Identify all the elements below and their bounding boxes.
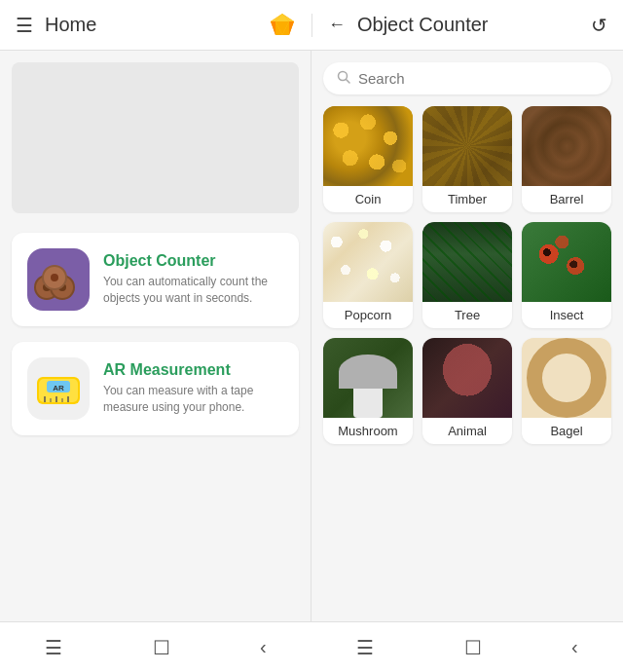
grid-item-popcorn[interactable]: Popcorn (323, 222, 413, 328)
left-header: ☰ Home (0, 12, 312, 39)
object-counter-title: Object Counter (357, 14, 489, 36)
ar-measurement-card[interactable]: AR AR Measurement You can measure with a… (12, 342, 299, 435)
grid-item-animal[interactable]: Animal (422, 338, 512, 444)
coin-label: Coin (351, 186, 385, 212)
home-title: Home (45, 14, 96, 36)
back-arrow-icon[interactable]: ← (328, 15, 346, 35)
grid-item-timber[interactable]: Timber (422, 106, 512, 212)
sketch-logo-icon (269, 12, 296, 39)
right-header: ← Object Counter ↺ (312, 14, 623, 37)
mushroom-label: Mushroom (334, 418, 401, 444)
tree-label: Tree (451, 302, 484, 328)
counter-graphic (31, 252, 86, 307)
animal-label: Animal (444, 418, 491, 444)
timber-label: Timber (444, 186, 491, 212)
timber-image (422, 106, 512, 186)
popcorn-label: Popcorn (341, 302, 395, 328)
insect-label: Insect (546, 302, 588, 328)
tree-image (422, 222, 512, 302)
ar-measurement-text: AR Measurement You can measure with a ta… (103, 361, 283, 416)
right-bottom-nav: ☰ ☐ ‹ (312, 622, 623, 672)
bagel-label: Bagel (546, 418, 586, 444)
svg-text:AR: AR (53, 384, 64, 392)
object-counter-text: Object Counter You can automatically cou… (103, 252, 283, 307)
ar-measurement-icon: AR (27, 357, 90, 420)
right-panel: Coin Timber Barrel Popcorn Tree (312, 51, 623, 621)
ar-measurement-card-desc: You can measure with a tape measure usin… (103, 383, 283, 416)
left-nav-back-icon[interactable]: ‹ (260, 636, 267, 658)
left-panel: Object Counter You can automatically cou… (0, 51, 312, 621)
top-bar: ☰ Home ← Object Counter ↺ (0, 0, 623, 51)
barrel-image (522, 106, 611, 186)
object-counter-card[interactable]: Object Counter You can automatically cou… (12, 233, 299, 326)
mushroom-image (323, 338, 413, 418)
ar-measurement-card-title: AR Measurement (103, 361, 283, 379)
left-bottom-nav: ☰ ☐ ‹ (0, 622, 312, 672)
coin-image (323, 106, 413, 186)
object-grid: Coin Timber Barrel Popcorn Tree (312, 106, 623, 456)
right-nav-back-icon[interactable]: ‹ (571, 636, 578, 658)
main-content: Object Counter You can automatically cou… (0, 51, 623, 621)
animal-image (422, 338, 512, 418)
svg-marker-3 (289, 21, 294, 35)
grid-item-barrel[interactable]: Barrel (522, 106, 611, 212)
svg-line-26 (347, 80, 350, 84)
barrel-label: Barrel (546, 186, 588, 212)
search-icon (337, 70, 350, 87)
search-input[interactable] (358, 70, 598, 87)
grid-item-bagel[interactable]: Bagel (522, 338, 611, 444)
popcorn-image (323, 222, 413, 302)
reset-icon[interactable]: ↺ (591, 14, 607, 37)
right-nav-square-icon[interactable]: ☐ (464, 636, 482, 659)
search-bar[interactable] (323, 62, 611, 94)
hamburger-icon[interactable]: ☰ (16, 14, 33, 37)
insect-image (522, 222, 611, 302)
svg-marker-2 (271, 21, 275, 35)
bottom-nav: ☰ ☐ ‹ ☰ ☐ ‹ (0, 621, 623, 672)
bagel-image (522, 338, 611, 418)
preview-area (12, 62, 299, 213)
left-nav-square-icon[interactable]: ☐ (153, 636, 170, 659)
left-nav-menu-icon[interactable]: ☰ (45, 636, 62, 659)
object-counter-card-desc: You can automatically count the objects … (103, 274, 283, 307)
grid-item-tree[interactable]: Tree (422, 222, 512, 328)
object-counter-card-title: Object Counter (103, 252, 283, 270)
tape-graphic: AR (31, 361, 86, 416)
right-nav-menu-icon[interactable]: ☰ (356, 636, 374, 659)
grid-item-mushroom[interactable]: Mushroom (323, 338, 413, 444)
grid-item-coin[interactable]: Coin (323, 106, 413, 212)
svg-point-15 (51, 274, 58, 281)
grid-item-insect[interactable]: Insect (522, 222, 611, 328)
object-counter-icon (27, 248, 90, 311)
